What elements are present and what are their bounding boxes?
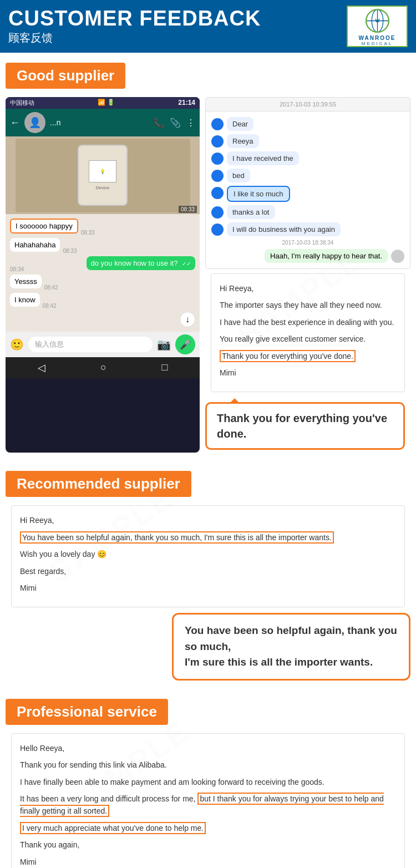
phone-call-icon: 📞	[153, 118, 164, 128]
email2-highlighted-text: You have been so helpful again, thank yo…	[20, 531, 334, 544]
time-1: 08:33	[81, 230, 95, 236]
callout-1-text: Thank you for everything you've done.	[217, 412, 387, 440]
product-inner: 💡 Device 08:33	[16, 139, 190, 212]
email2-greeting: Hi Reeya,	[20, 514, 396, 526]
email3-line3: It has been a very long and difficult pr…	[20, 793, 396, 818]
phone-nav: ← 👤 ...n 📞 📎 ⋮	[6, 109, 200, 136]
email-panel-3: SAMPLE Hello Reeya, Thank you for sendin…	[11, 733, 405, 868]
sender-dot-3	[211, 153, 224, 165]
chat-panel-header: 2017-10-03 10:39:55	[206, 98, 410, 111]
cp-text-thanks: thanks a lot	[227, 205, 275, 219]
chat-row-5: I know 08:42	[10, 293, 195, 309]
good-supplier-section: Good supplier 中国移动 📶 🔋 21:14 ← 👤 ...n 📞 …	[0, 53, 416, 461]
section3-content: SAMPLE Hello Reeya, Thank you for sendin…	[6, 733, 410, 868]
cp-msg-reeya: Reeya	[211, 134, 404, 148]
scroll-indicator: ↓	[10, 312, 195, 327]
email2-highlighted-wrap: You have been so helpful again, thank yo…	[20, 531, 396, 544]
email1-line1: The importer says they have all they nee…	[220, 299, 396, 311]
back-button: ◁	[38, 362, 45, 374]
sender-dot-2	[211, 135, 224, 148]
avatar-icon: 👤	[29, 116, 41, 129]
email-panel-1: SAMPLE Hi Reeya, The importer says they …	[211, 273, 405, 392]
mic-button: 🎤	[175, 334, 195, 354]
cp-msg-like: I like it so much	[211, 186, 404, 202]
email3-signature: Mimi	[20, 856, 396, 868]
email3-line2: I have finally been able to make payment…	[20, 776, 396, 788]
cp-text-bed: bed	[227, 169, 250, 182]
email3-greeting: Hello Reeya,	[20, 742, 396, 754]
chat-date: 2017-10-03 10:39:55	[280, 101, 336, 108]
camera-icon: 📷	[157, 338, 171, 351]
home-button: ○	[100, 362, 106, 374]
cp-reply-text: Haah, I'm really happy to hear that.	[265, 249, 388, 263]
cp-text-business: I will do business with you again	[227, 222, 341, 236]
contact-name: ...n	[50, 118, 149, 127]
header-title-block: CUSTOMER FEEDBACK 顾客反馈	[8, 7, 261, 45]
professional-service-label: Professional service	[6, 699, 168, 725]
chat-panel-body: Dear Reeya I have received the bed	[206, 111, 410, 268]
cp-reply: Haah, I'm really happy to hear that.	[211, 249, 404, 263]
yes-text: Yessss	[14, 277, 37, 286]
email2-signature: Mimi	[20, 582, 396, 594]
iknow-text: I know	[14, 296, 35, 304]
happy-text: I soooooo happyy	[16, 222, 73, 230]
back-arrow-icon: ←	[10, 117, 20, 129]
phone-bottom-nav: ◁ ○ □	[6, 357, 200, 378]
email1-signature: Mimi	[220, 367, 396, 379]
email3-thanks: Thank you again,	[20, 839, 396, 851]
phone-status-bar: 中国移动 📶 🔋 21:14	[6, 97, 200, 109]
sender-dot-5	[211, 187, 224, 199]
email3-highlighted2-wrap: I very much appreciate what you've done …	[20, 822, 396, 834]
sender-dot	[211, 118, 224, 130]
email3-line3-pre: It has been a very long and difficult pr…	[20, 794, 195, 803]
good-supplier-content: 中国移动 📶 🔋 21:14 ← 👤 ...n 📞 📎 ⋮	[0, 97, 416, 461]
chat-bubble-yes: Yessss	[10, 275, 42, 288]
email1-highlighted-text: Thank you for everything you've done.	[220, 350, 356, 362]
callout-2-line2: I'm sure this is all the importer wants.	[185, 656, 373, 668]
sender-dot-7	[211, 224, 224, 236]
recommended-supplier-label: Recommended supplier	[6, 471, 191, 497]
chat-bubble-haha: Hahahahaha	[10, 238, 60, 252]
chat-row-3: 08:34 do you know how to use it? ✓✓	[10, 256, 195, 272]
phone-screenshot: 中国移动 📶 🔋 21:14 ← 👤 ...n 📞 📎 ⋮	[6, 97, 200, 453]
email3-line1: Thank you for sending this link via Alib…	[20, 759, 396, 771]
cp-text-like: I like it so much	[227, 186, 290, 202]
logo-name: WANROOE	[359, 35, 396, 41]
svg-text:W: W	[375, 18, 380, 23]
phone-time: 21:14	[178, 99, 195, 107]
image-timestamp: 08:33	[179, 206, 197, 213]
phone-input-placeholder: 输入信息	[28, 337, 153, 352]
right-panel: 2017-10-03 10:39:55 Dear Reeya I have re…	[205, 97, 410, 453]
cp-timestamp: 2017-10-03 18:38:34	[211, 240, 404, 246]
page-title-zh: 顾客反馈	[8, 31, 261, 45]
recommended-supplier-section: Recommended supplier SAMPLE Hi Reeya, Yo…	[0, 461, 416, 680]
email1-greeting: Hi Reeya,	[220, 282, 396, 295]
page-title-en: CUSTOMER FEEDBACK	[8, 7, 261, 31]
chat-row-1: I soooooo happyy 08:33	[10, 219, 195, 236]
callout-2-wrapper: You have been so helpful again, thank yo…	[6, 613, 410, 681]
cp-msg-bed: bed	[211, 169, 404, 182]
email-panel-2: SAMPLE Hi Reeya, You have been so helpfu…	[11, 505, 405, 607]
recent-button: □	[161, 362, 168, 374]
callout-1-wrapper: Thank you for everything you've done.	[205, 402, 410, 453]
email1-line2: I have had the best experience in dealin…	[220, 316, 396, 328]
sender-dot-4	[211, 170, 224, 182]
contact-avatar: 👤	[24, 112, 45, 133]
time-2: 08:33	[63, 248, 77, 254]
product-image-area: 💡 Device 08:33	[6, 136, 200, 214]
cp-text-reeya: Reeya	[227, 134, 259, 148]
email3-highlighted2: I very much appreciate what you've done …	[20, 822, 206, 834]
page-header: CUSTOMER FEEDBACK 顾客反馈 W WANROOE MEDICAL	[0, 0, 416, 53]
time-5: 08:42	[43, 303, 57, 309]
email2-regards: Best regards,	[20, 565, 396, 577]
cp-text-received: I have received the	[227, 151, 299, 165]
professional-service-section: Professional service SAMPLE Hello Reeya,…	[0, 689, 416, 868]
cp-msg-business: I will do business with you again	[211, 222, 404, 236]
chat-bubble-iknow: I know	[10, 293, 40, 307]
time-3: 08:34	[10, 266, 24, 272]
company-logo: W WANROOE MEDICAL	[347, 6, 408, 47]
haha-text: Hahahahaha	[14, 241, 55, 249]
phone-actions: 📞 📎 ⋮	[153, 118, 195, 128]
section2-content: SAMPLE Hi Reeya, You have been so helpfu…	[6, 505, 410, 680]
chat-area: I soooooo happyy 08:33 Hahahahaha 08:33 …	[6, 214, 200, 332]
